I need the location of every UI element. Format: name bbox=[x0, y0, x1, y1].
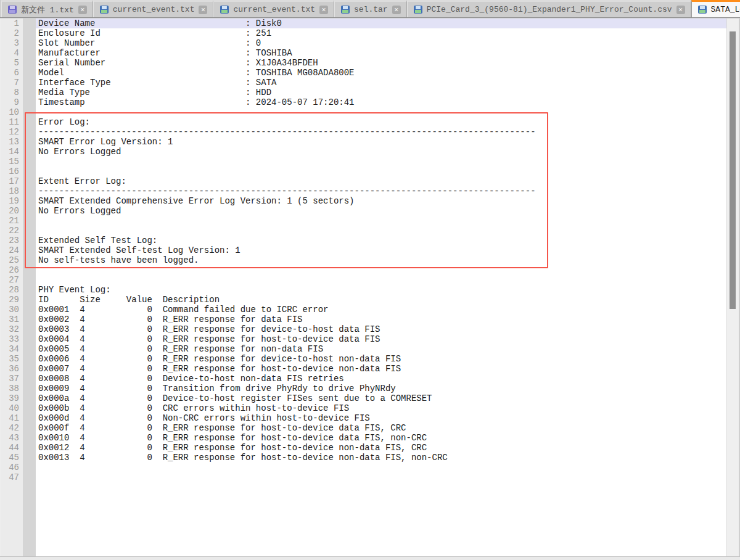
line-number: 7 bbox=[1, 78, 23, 88]
close-tab-icon[interactable]: ✕ bbox=[392, 6, 401, 14]
editor-line[interactable] bbox=[36, 275, 726, 285]
editor-line[interactable]: PHY Event Log: bbox=[36, 285, 726, 295]
line-number: 18 bbox=[1, 186, 23, 196]
tab-sata-log[interactable]: SATA_Log✕ bbox=[691, 0, 740, 17]
editor-line[interactable]: Timestamp : 2024-05-07 17:20:41 bbox=[36, 97, 726, 107]
editor-line[interactable]: 0x0001 4 0 Command failed due to ICRC er… bbox=[36, 305, 726, 315]
editor-line[interactable]: 0x0005 4 0 R_ERR response for non-data F… bbox=[36, 344, 726, 354]
tab-pcie-phy-error-count[interactable]: PCIe_Card_3_(9560-8i)_Expander1_PHY_Erro… bbox=[407, 0, 691, 17]
editor-line[interactable]: 0x000f 4 0 R_ERR response for host-to-de… bbox=[36, 423, 726, 433]
editor-line[interactable]: 0x0013 4 0 R_ERR response for host-to-de… bbox=[36, 453, 726, 463]
editor-line[interactable]: 0x0002 4 0 R_ERR response for data FIS bbox=[36, 315, 726, 324]
line-number: 43 bbox=[1, 433, 23, 443]
line-number: 19 bbox=[1, 196, 23, 206]
line-number: 34 bbox=[1, 344, 23, 354]
line-number: 30 bbox=[1, 305, 23, 315]
line-number: 24 bbox=[1, 245, 23, 255]
line-number: 17 bbox=[1, 176, 23, 186]
editor-line[interactable] bbox=[36, 216, 726, 226]
editor-line[interactable]: ----------------------------------------… bbox=[36, 186, 726, 196]
tab-label: current_event.txt bbox=[113, 5, 195, 14]
line-number: 38 bbox=[1, 384, 23, 393]
line-number: 20 bbox=[1, 206, 23, 216]
line-number-gutter: 1234567891011121314151617181920212223242… bbox=[1, 19, 23, 556]
editor-line[interactable]: SMART Error Log Version: 1 bbox=[36, 137, 726, 147]
line-number: 5 bbox=[1, 58, 23, 68]
line-number: 10 bbox=[1, 107, 23, 117]
floppy-saved-icon bbox=[698, 6, 707, 14]
editor-line[interactable] bbox=[36, 265, 726, 275]
line-number: 1 bbox=[1, 19, 23, 28]
editor-line[interactable]: SMART Extended Self-test Log Version: 1 bbox=[36, 245, 726, 255]
editor-line[interactable]: SMART Extended Comprehensive Error Log V… bbox=[36, 196, 726, 206]
line-number: 44 bbox=[1, 443, 23, 453]
line-number: 6 bbox=[1, 68, 23, 78]
editor-line[interactable]: Manufacturer : TOSHIBA bbox=[36, 48, 726, 58]
text-content[interactable]: Device Name : Disk0Enclosure Id : 251Slo… bbox=[36, 19, 726, 556]
line-number: 41 bbox=[1, 413, 23, 423]
editor-line[interactable]: No self-tests have been logged. bbox=[36, 255, 726, 265]
line-number: 29 bbox=[1, 295, 23, 305]
tab-current-event-1[interactable]: current_event.txt✕ bbox=[93, 0, 214, 17]
editor-line[interactable]: Error Log: bbox=[36, 117, 726, 127]
line-number: 47 bbox=[1, 472, 23, 482]
line-number: 12 bbox=[1, 127, 23, 137]
tab-sel-tar[interactable]: sel.tar✕ bbox=[334, 0, 407, 17]
editor-line[interactable]: 0x000d 4 0 Non-CRC errors within host-to… bbox=[36, 413, 726, 423]
editor-line[interactable] bbox=[36, 107, 726, 117]
editor-line[interactable] bbox=[36, 463, 726, 472]
line-number: 39 bbox=[1, 393, 23, 403]
close-tab-icon[interactable]: ✕ bbox=[676, 6, 685, 14]
editor-line[interactable]: Device Name : Disk0 bbox=[36, 19, 726, 28]
line-number: 16 bbox=[1, 167, 23, 176]
editor-line[interactable]: 0x000a 4 0 Device-to-host register FISes… bbox=[36, 393, 726, 403]
editor-line[interactable]: 0x0003 4 0 R_ERR response for device-to-… bbox=[36, 324, 726, 334]
editor-line[interactable]: 0x0009 4 0 Transition from drive PhyRdy … bbox=[36, 384, 726, 393]
editor-line[interactable]: 0x0006 4 0 R_ERR response for device-to-… bbox=[36, 354, 726, 364]
editor-line[interactable] bbox=[36, 167, 726, 176]
line-number: 15 bbox=[1, 157, 23, 167]
editor-line[interactable]: Extent Error Log: bbox=[36, 176, 726, 186]
editor-line[interactable]: 0x0007 4 0 R_ERR response for host-to-de… bbox=[36, 364, 726, 374]
line-number: 13 bbox=[1, 137, 23, 147]
tab-label: current_event.txt bbox=[233, 5, 315, 14]
tab-current-event-2[interactable]: current_event.txt✕ bbox=[213, 0, 334, 17]
editor-line[interactable]: No Errors Logged bbox=[36, 206, 726, 216]
editor-line[interactable]: ID Size Value Description bbox=[36, 295, 726, 305]
close-tab-icon[interactable]: ✕ bbox=[319, 6, 328, 14]
line-number: 25 bbox=[1, 255, 23, 265]
editor-line[interactable]: Serial Number : X1J0A34BFDEH bbox=[36, 58, 726, 68]
close-tab-icon[interactable]: ✕ bbox=[78, 6, 87, 14]
editor-line[interactable]: 0x000b 4 0 CRC errors within host-to-dev… bbox=[36, 403, 726, 413]
scrollbar-thumb[interactable] bbox=[730, 31, 736, 309]
close-tab-icon[interactable]: ✕ bbox=[199, 6, 207, 14]
window-bottom-border bbox=[0, 556, 740, 560]
editor-line[interactable]: Interface Type : SATA bbox=[36, 78, 726, 88]
editor-line[interactable]: 0x0008 4 0 Device-to-host non-data FIS r… bbox=[36, 374, 726, 384]
editor-line[interactable]: No Errors Logged bbox=[36, 147, 726, 157]
line-number: 35 bbox=[1, 354, 23, 364]
editor-line[interactable]: 0x0004 4 0 R_ERR response for host-to-de… bbox=[36, 334, 726, 344]
editor-line[interactable]: Extended Self Test Log: bbox=[36, 236, 726, 245]
vertical-scrollbar[interactable] bbox=[726, 19, 739, 556]
floppy-saved-icon bbox=[341, 6, 350, 14]
editor-line[interactable]: ----------------------------------------… bbox=[36, 127, 726, 137]
line-number: 14 bbox=[1, 147, 23, 157]
editor-line[interactable] bbox=[36, 157, 726, 167]
editor-line[interactable] bbox=[36, 472, 726, 482]
line-number: 45 bbox=[1, 453, 23, 463]
tab-label: SATA_Log bbox=[711, 5, 740, 14]
line-number: 42 bbox=[1, 423, 23, 433]
editor-line[interactable]: Model : TOSHIBA MG08ADA800E bbox=[36, 68, 726, 78]
editor-line[interactable]: Enclosure Id : 251 bbox=[36, 28, 726, 38]
editor-line[interactable]: Slot Number : 0 bbox=[36, 38, 726, 48]
line-number: 28 bbox=[1, 285, 23, 295]
editor-line[interactable]: 0x0010 4 0 R_ERR response for host-to-de… bbox=[36, 433, 726, 443]
tab-new-file-1[interactable]: 新文件 1.txt✕ bbox=[1, 0, 93, 17]
line-number: 33 bbox=[1, 334, 23, 344]
editor-area: 1234567891011121314151617181920212223242… bbox=[0, 19, 740, 556]
editor-line[interactable]: 0x0012 4 0 R_ERR response for host-to-de… bbox=[36, 443, 726, 453]
editor-line[interactable] bbox=[36, 226, 726, 236]
tab-label: PCIe_Card_3_(9560-8i)_Expander1_PHY_Erro… bbox=[427, 5, 672, 14]
editor-line[interactable]: Media Type : HDD bbox=[36, 88, 726, 97]
